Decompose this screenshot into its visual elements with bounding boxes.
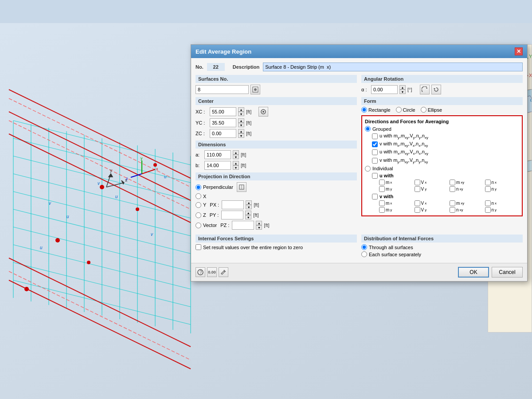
set-result-check[interactable] [196, 244, 201, 250]
grouped-items: u with my,mxy,Vy,ny,nxy v with mx,mxy,Vx… [372, 133, 519, 164]
ok-button[interactable]: OK [458, 267, 489, 278]
u-checkboxes: mx Vx mxy nx my Vy nxy ny [379, 180, 519, 192]
u-ny-label[interactable]: ny [485, 186, 520, 192]
a-row: a: ▲▼ [ft] [196, 150, 357, 159]
perpendicular-radio[interactable] [196, 184, 201, 190]
close-button[interactable]: ✕ [515, 47, 523, 55]
v-nx[interactable] [485, 200, 491, 206]
u-mxy-label[interactable]: mxy [450, 180, 484, 185]
v-ny[interactable] [485, 207, 491, 213]
directions-title: Directions and Forces for Averaging [365, 119, 519, 124]
v-mx[interactable] [379, 200, 385, 206]
each-surface-radio[interactable] [361, 251, 367, 257]
x-radio[interactable] [196, 193, 201, 199]
surfaces-input[interactable] [196, 85, 249, 94]
grouped-check-3[interactable] [372, 158, 378, 164]
pick-xc-btn[interactable] [258, 107, 268, 117]
pz-spinner[interactable]: ▲▼ [256, 221, 262, 230]
v-my[interactable] [379, 207, 385, 213]
xc-spinner[interactable]: ▲▼ [238, 107, 244, 116]
v-nx-label[interactable]: nx [485, 200, 520, 206]
circle-label[interactable]: Circle [396, 107, 415, 113]
v-mx-label[interactable]: mx [379, 200, 414, 206]
right-column: Angular Rotation α : ▲▼ [°] Form [361, 75, 523, 231]
v-my-label[interactable]: my [379, 207, 414, 213]
u-mx[interactable] [379, 180, 385, 185]
zc-input[interactable] [210, 129, 236, 138]
v-vy-label[interactable]: Vy [415, 207, 449, 213]
xc-input[interactable] [210, 107, 236, 116]
v-vy[interactable] [415, 207, 420, 213]
rectangle-radio[interactable] [361, 107, 367, 113]
projection-label: Projection in Direction [198, 174, 250, 179]
u-nx[interactable] [485, 180, 491, 185]
u-my-label[interactable]: my [379, 186, 414, 192]
u-ny[interactable] [485, 186, 491, 192]
b-input[interactable] [204, 161, 231, 170]
zc-spinner[interactable]: ▲▼ [238, 129, 244, 138]
u-vy-label[interactable]: Vy [415, 186, 449, 192]
internal-forces-header: Internal Forces Settings [196, 235, 357, 243]
u-mx-label[interactable]: mx [379, 180, 414, 185]
alpha-spinner[interactable]: ▲▼ [399, 85, 406, 94]
cancel-button[interactable]: Cancel [492, 267, 523, 278]
u-nxy-label[interactable]: nxy [450, 186, 484, 192]
individual-radio[interactable] [365, 166, 371, 172]
u-nx-label[interactable]: nx [485, 180, 520, 185]
vector-label: Vector [203, 223, 217, 228]
u-vx[interactable] [415, 180, 420, 185]
u-my[interactable] [379, 186, 385, 192]
v-nxy-label[interactable]: nxy [450, 207, 484, 213]
u-with-check[interactable] [372, 173, 378, 179]
dialog-body: No. 22 Description Surfaces No. [191, 58, 527, 263]
z-radio[interactable] [196, 212, 201, 218]
perp-icon-btn[interactable] [237, 182, 246, 192]
grouped-item-0: u with my,mxy,Vy,ny,nxy [372, 133, 519, 140]
v-with-check[interactable] [372, 194, 378, 200]
v-vx[interactable] [415, 200, 420, 206]
u-nxy[interactable] [450, 186, 455, 192]
b-spinner[interactable]: ▲▼ [233, 161, 239, 170]
a-spinner[interactable]: ▲▼ [233, 150, 239, 159]
u-vy[interactable] [415, 186, 420, 192]
through-all-radio[interactable] [361, 244, 367, 250]
numeric-button[interactable]: 0.00 [207, 267, 217, 277]
form-header: Form [361, 97, 523, 105]
dialog-title: Edit Average Region [196, 48, 251, 55]
help-button[interactable]: ? [196, 267, 205, 277]
v-nxy[interactable] [450, 207, 455, 213]
vector-radio[interactable] [196, 223, 201, 228]
grouped-check-2[interactable] [372, 149, 378, 155]
px-spinner[interactable]: ▲▼ [246, 200, 252, 209]
v-vx-label[interactable]: Vx [415, 200, 449, 206]
circle-radio[interactable] [396, 107, 402, 113]
pick-surface-btn[interactable] [250, 85, 260, 94]
alpha-input[interactable] [371, 85, 398, 94]
py-spinner[interactable]: ▲▼ [245, 211, 251, 219]
ellipse-radio[interactable] [421, 107, 426, 113]
alpha-pick-btn[interactable] [420, 85, 430, 94]
svg-point-33 [153, 163, 157, 167]
svg-text:z: z [126, 176, 128, 181]
alpha-reset-btn[interactable] [431, 85, 441, 94]
px-input[interactable] [222, 200, 244, 209]
ellipse-label[interactable]: Ellipse [421, 107, 442, 113]
grouped-check-1[interactable] [372, 141, 378, 147]
yc-spinner[interactable]: ▲▼ [238, 118, 244, 127]
grouped-check-0[interactable] [372, 133, 378, 139]
edit-button[interactable] [219, 267, 228, 277]
py-input[interactable] [221, 211, 243, 219]
u-vx-label[interactable]: Vx [415, 180, 449, 185]
u-with-row: u with [372, 173, 519, 179]
y-radio[interactable] [196, 202, 201, 208]
v-mxy-label[interactable]: mxy [450, 200, 484, 206]
a-input[interactable] [204, 150, 231, 159]
grouped-radio[interactable] [365, 126, 371, 132]
pz-input[interactable] [232, 221, 254, 230]
v-ny-label[interactable]: ny [485, 207, 520, 213]
rectangle-label[interactable]: Rectangle [361, 107, 391, 113]
yc-input[interactable] [210, 118, 236, 127]
u-mxy[interactable] [450, 180, 455, 185]
v-mxy[interactable] [450, 200, 455, 206]
description-input[interactable] [263, 63, 523, 71]
